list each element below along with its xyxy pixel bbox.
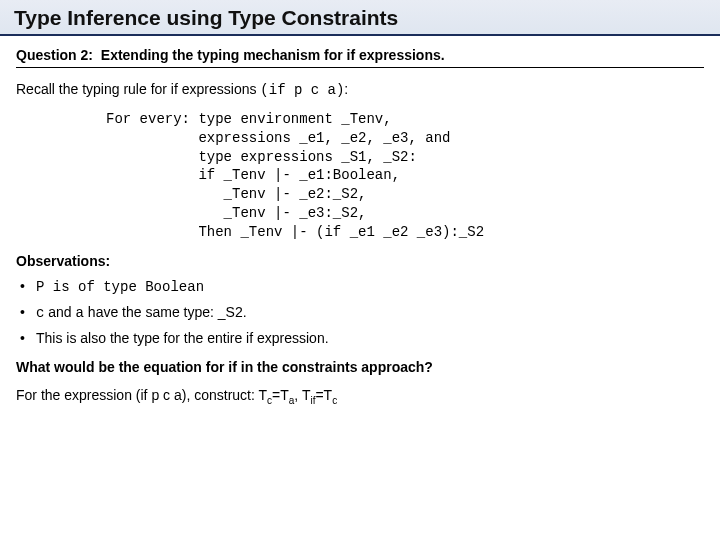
recall-code: (if p c a) [260,82,344,98]
question-label: Question 2: [16,47,93,63]
observations-list: P is of type Boolean c and a have the sa… [16,277,704,348]
list-item: This is also the type for the entire if … [20,329,704,348]
slide-title: Type Inference using Type Constraints [14,6,706,30]
obs-1-tail: have the same type: _S2. [84,304,247,320]
observations-heading: Observations: [16,252,704,271]
sep: , T [294,387,310,403]
expr-prefix: For the expression (if p c a), construct… [16,387,267,403]
list-item: c and a have the same type: _S2. [20,303,704,323]
slide-header: Type Inference using Type Constraints [0,0,720,36]
eq2: =T [315,387,332,403]
recall-suffix: : [344,81,348,97]
question-line: Question 2: Extending the typing mechani… [16,46,704,68]
typing-rule: For every: type environment _Tenv, expre… [106,110,704,242]
closing-construct: For the expression (if p c a), construct… [16,386,704,407]
closing-q-text: What would be the equation for if in the… [16,359,433,375]
question-text: Extending the typing mechanism for if ex… [101,47,445,63]
closing-question: What would be the equation for if in the… [16,358,704,377]
sub-c2: c [332,395,337,406]
recall-prefix: Recall the typing rule for if expression… [16,81,260,97]
slide-content: Question 2: Extending the typing mechani… [0,36,720,408]
obs-0-code: P is of type Boolean [36,279,204,295]
list-item: P is of type Boolean [20,277,704,297]
eq1: =T [272,387,289,403]
recall-line: Recall the typing rule for if expression… [16,80,704,100]
obs-1-a: a [76,305,84,321]
obs-1-mid: and [44,304,75,320]
obs-2-text: This is also the type for the entire if … [36,330,329,346]
